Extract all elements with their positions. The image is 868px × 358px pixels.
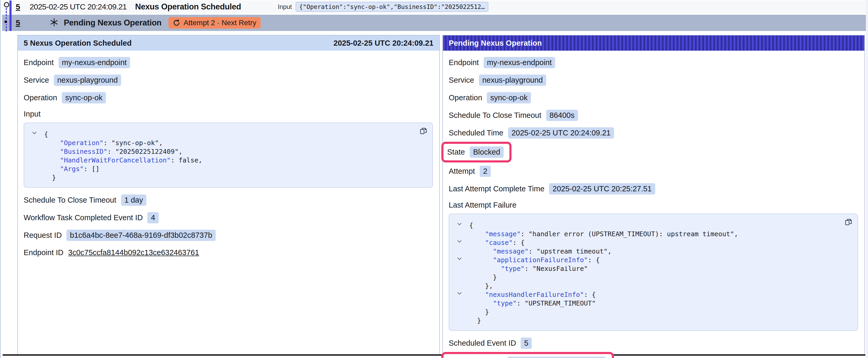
field-last-attempt-failure: Last Attempt Failure{ "message": "handle… (449, 201, 859, 331)
field-value-scheduled-event-id: 5 (521, 337, 532, 349)
left-panel-title: 5 Nexus Operation Scheduled (24, 39, 132, 47)
json-key: "cause" (485, 239, 513, 247)
code-text: "Args": [] (44, 165, 99, 173)
field-endpoint-id: Endpoint ID3c0c75ccfa8144b092c13ce632463… (24, 247, 199, 258)
field-label-endpoint: Endpoint (449, 58, 479, 67)
code-text: { (469, 222, 473, 229)
code-line: "type": "NexusFailure" (469, 264, 850, 273)
field-value-blocked-reason: The circuit breaker is open. (507, 357, 606, 358)
field-value-endpoint: my-nexus-endpoint (59, 57, 130, 68)
event-title: Nexus Operation Scheduled (135, 2, 241, 11)
json-text: : "upstream timeout", (529, 248, 612, 255)
json-text: : "sync-op-ok", (103, 139, 163, 147)
code-block-last-attempt-failure: { "message": "handler error (UPSTREAM_TI… (449, 214, 858, 331)
event-summary-row[interactable]: 5 2025-02-25 UTC 20:24:09.21 Nexus Opera… (2, 1, 866, 13)
code-text: "message": "upstream timeout", (469, 248, 612, 255)
field-label-last-attempt-failure: Last Attempt Failure (449, 201, 854, 209)
field-label-operation: Operation (449, 93, 482, 102)
json-text: : "UPSTREAM_TIMEOUT" (517, 299, 596, 307)
field-label-service: Service (24, 76, 49, 85)
collapse-chevron-icon[interactable] (457, 240, 462, 243)
json-text: { (469, 222, 473, 229)
field-value-schedule-to-close-timeout: 86400s (546, 110, 578, 121)
code-text: } (469, 273, 497, 281)
collapse-chevron-icon[interactable] (457, 257, 462, 260)
collapse-chevron-icon[interactable] (457, 223, 462, 226)
field-label-operation: Operation (24, 93, 57, 102)
input-preview-badge: {"Operation":"sync-op-ok","BusinessID":"… (296, 2, 488, 12)
field-state-highlighted: StateBlocked (441, 142, 512, 162)
field-value-operation: sync-op-ok (487, 92, 531, 103)
json-text: : { (584, 291, 596, 298)
retry-badge-label: Attempt 2 · Next Retry (184, 19, 256, 27)
left-event-panel: 5 Nexus Operation Scheduled 2025-02-25 U… (17, 35, 440, 355)
code-line: } (44, 173, 425, 182)
field-service: Servicenexus-playground (24, 74, 121, 86)
json-key: "nexusHandlerFailureInfo" (485, 291, 584, 298)
json-key: "type" (501, 265, 524, 272)
code-line: "type": "UPSTREAM_TIMEOUT" (469, 299, 850, 307)
selection-indicator-bar (9, 1, 11, 31)
field-value-scheduled-time: 2025-02-25 UTC 20:24:09.21 (508, 127, 614, 138)
group-title: Pending Nexus Operation (64, 18, 161, 28)
collapse-chevron-icon[interactable] (32, 131, 37, 135)
code-text: "Operation": "sync-op-ok", (44, 139, 163, 147)
code-text: "message": "handler error (UPSTREAM_TIME… (469, 230, 738, 238)
pending-group-row[interactable]: 5 Pending Nexus Operation Attempt 2 · Ne… (2, 15, 866, 31)
field-label-input: Input (24, 110, 429, 118)
field-value-endpoint-id[interactable]: 3c0c75ccfa8144b092c13ce632463761 (68, 248, 199, 257)
json-text: } (477, 317, 481, 324)
field-label-scheduled-event-id: Scheduled Event ID (449, 339, 516, 348)
code-text: "HandlerWaitForCancellation": false, (44, 156, 202, 164)
json-text: : { (513, 239, 525, 247)
code-line: "BusinessID": "20250225122409", (44, 147, 425, 156)
code-line: "nexusHandlerFailureInfo": { (469, 290, 850, 299)
event-timestamp: 2025-02-25 UTC 20:24:09.21 (30, 2, 127, 11)
field-label-scheduled-time: Scheduled Time (449, 129, 503, 137)
field-label-workflow-task-completed-event-id: Workflow Task Completed Event ID (24, 214, 143, 222)
json-key: "Args" (60, 165, 84, 173)
json-text: : { (588, 256, 600, 264)
field-label-schedule-to-close-timeout: Schedule To Close Timeout (24, 196, 116, 204)
json-viewer: { "Operation": "sync-op-ok", "BusinessID… (44, 130, 425, 182)
field-value-operation: sync-op-ok (62, 92, 106, 103)
event-id-link[interactable]: 5 (16, 2, 20, 11)
json-key: "Operation" (60, 139, 103, 147)
code-line: { (44, 130, 425, 138)
json-key: "applicationFailureInfo" (493, 256, 588, 264)
json-text: } (493, 273, 497, 281)
left-panel-fields: Endpointmy-nexus-endpointServicenexus-pl… (18, 51, 439, 354)
asterisk-icon (50, 18, 59, 28)
group-id-link[interactable]: 5 (16, 19, 20, 27)
field-operation: Operationsync-op-ok (24, 92, 106, 103)
json-text: }, (485, 282, 493, 290)
code-line: "message": "handler error (UPSTREAM_TIME… (469, 230, 850, 238)
json-key: "message" (493, 248, 528, 255)
right-pending-panel: Pending Nexus Operation Endpointmy-nexus… (442, 35, 865, 355)
code-text: "type": "UPSTREAM_TIMEOUT" (469, 299, 596, 307)
json-text: : false, (171, 156, 202, 164)
field-value-schedule-to-close-timeout: 1 day (121, 194, 147, 206)
field-schedule-to-close-timeout: Schedule To Close Timeout1 day (24, 194, 146, 206)
field-label-state: State (447, 148, 465, 156)
field-label-service: Service (449, 76, 474, 85)
window-edge (0, 0, 1, 358)
code-line: { (469, 221, 850, 230)
event-detail-panels: 5 Nexus Operation Scheduled 2025-02-25 U… (17, 35, 865, 355)
field-request-id: Request IDb1c6a4bc-8ee7-468a-9169-df3b02… (24, 230, 216, 241)
field-service: Servicenexus-playground (449, 74, 546, 86)
left-panel-timestamp: 2025-02-25 UTC 20:24:09.21 (334, 39, 433, 47)
retry-icon (173, 19, 181, 27)
code-text: "applicationFailureInfo": { (469, 256, 600, 264)
right-panel-header: Pending Nexus Operation (443, 35, 864, 51)
field-value-attempt: 2 (480, 166, 491, 177)
json-text: : [] (84, 165, 99, 173)
code-line: "cause": { (469, 238, 850, 247)
code-text: { (44, 130, 48, 138)
retry-badge: Attempt 2 · Next Retry (168, 17, 260, 29)
scrollbar-gutter[interactable] (866, 0, 868, 358)
field-scheduled-time: Scheduled Time2025-02-25 UTC 20:24:09.21 (449, 127, 614, 138)
json-viewer: { "message": "handler error (UPSTREAM_TI… (469, 221, 850, 325)
collapse-chevron-icon[interactable] (457, 292, 462, 295)
left-panel-header: 5 Nexus Operation Scheduled 2025-02-25 U… (18, 35, 439, 51)
